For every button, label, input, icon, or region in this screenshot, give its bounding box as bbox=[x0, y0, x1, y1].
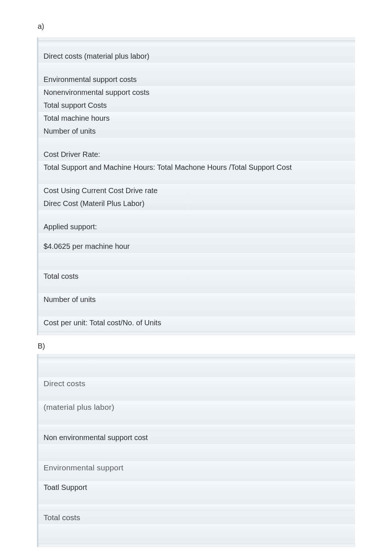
panel-spacer bbox=[38, 360, 355, 370]
panel-spacer bbox=[38, 425, 355, 431]
row-b-direct-costs: Direct costs bbox=[38, 377, 355, 390]
panel-spacer bbox=[38, 504, 355, 511]
row-applied-support: Applied support: bbox=[38, 220, 355, 233]
row-total-costs-a: Total costs bbox=[38, 270, 355, 283]
text-cost-using-rate: Cost Using Current Cost Drive rate bbox=[44, 186, 158, 195]
row-b-toatl-support: Toatl Support bbox=[38, 481, 355, 494]
panel-spacer bbox=[38, 370, 355, 377]
panel-spacer bbox=[38, 414, 355, 425]
panel-spacer bbox=[38, 524, 355, 535]
row-rate-formula: Total Support and Machine Hours: Total M… bbox=[38, 161, 355, 174]
text-applied-support: Applied support: bbox=[44, 223, 97, 231]
row-cost-using-rate: Cost Using Current Cost Drive rate bbox=[38, 184, 355, 197]
text-total-support: Total support Costs bbox=[44, 101, 107, 109]
panel-spacer bbox=[38, 138, 355, 148]
text-b-non-env-support: Non environmental support cost bbox=[44, 433, 148, 442]
panel-spacer bbox=[38, 43, 355, 50]
row-b-total-costs: Total costs bbox=[38, 511, 355, 524]
row-cost-per-unit: Cost per unit: Total cost/No. of Units bbox=[38, 316, 355, 329]
text-env-support: Environmental support costs bbox=[44, 75, 137, 83]
section-a-label: a) bbox=[38, 22, 355, 31]
text-total-machine-hours: Total machine hours bbox=[44, 114, 110, 122]
panel-spacer bbox=[38, 494, 355, 504]
row-direct-costs: Direct costs (material plus labor) bbox=[38, 50, 355, 63]
row-env-support: Environmental support costs bbox=[38, 73, 355, 86]
panel-spacer bbox=[38, 174, 355, 184]
panel-spacer bbox=[38, 306, 355, 316]
text-cost-per-unit: Cost per unit: Total cost/No. of Units bbox=[44, 319, 161, 327]
text-per-machine-hour: $4.0625 per machine hour bbox=[44, 242, 130, 250]
text-b-env-support: Environmental support bbox=[44, 463, 123, 472]
panel-spacer bbox=[38, 535, 355, 541]
row-num-units: Number of units bbox=[38, 125, 355, 138]
text-b-material-plus-labor: (material plus labor) bbox=[44, 403, 114, 411]
text-direc-cost: Direc Cost (Materil Plus Labor) bbox=[44, 199, 144, 207]
row-number-of-units: Number of units bbox=[38, 293, 355, 306]
row-b-env-support: Environmental support bbox=[38, 461, 355, 474]
text-number-of-units: Number of units bbox=[44, 295, 96, 303]
row-b-material-plus-labor: (material plus labor) bbox=[38, 401, 355, 414]
text-b-toatl-support: Toatl Support bbox=[44, 483, 87, 491]
text-num-units: Number of units bbox=[44, 127, 96, 135]
section-b-panel: Direct costs (material plus labor) Non e… bbox=[37, 354, 355, 547]
row-total-support: Total support Costs bbox=[38, 99, 355, 112]
document-page: a) Direct costs (material plus labor) En… bbox=[0, 0, 392, 556]
section-a-panel: Direct costs (material plus labor) Envir… bbox=[37, 37, 355, 335]
text-rate-formula: Total Support and Machine Hours: Total M… bbox=[44, 163, 292, 171]
text-nonenv-support: Nonenvironmental support costs bbox=[44, 88, 149, 96]
panel-spacer bbox=[38, 444, 355, 454]
text-cost-driver-rate: Cost Driver Rate: bbox=[44, 150, 100, 158]
row-nonenv-support: Nonenvironmental support costs bbox=[38, 86, 355, 99]
panel-spacer bbox=[38, 474, 355, 481]
panel-spacer bbox=[38, 390, 355, 401]
text-direct-costs: Direct costs (material plus labor) bbox=[44, 52, 149, 60]
panel-spacer bbox=[38, 283, 355, 293]
row-direc-cost: Direc Cost (Materil Plus Labor) bbox=[38, 197, 355, 210]
row-b-non-env-support: Non environmental support cost bbox=[38, 431, 355, 444]
text-b-direct-costs: Direct costs bbox=[44, 379, 85, 388]
row-cost-driver-rate: Cost Driver Rate: bbox=[38, 148, 355, 161]
panel-spacer bbox=[38, 253, 355, 263]
panel-spacer bbox=[38, 63, 355, 73]
panel-spacer bbox=[38, 233, 355, 240]
section-b-label: B) bbox=[38, 342, 355, 350]
row-per-machine-hour: $4.0625 per machine hour bbox=[38, 240, 355, 253]
panel-spacer bbox=[38, 454, 355, 461]
row-total-machine-hours: Total machine hours bbox=[38, 112, 355, 125]
panel-spacer bbox=[38, 263, 355, 270]
text-b-total-costs: Total costs bbox=[44, 513, 80, 522]
text-total-costs-a: Total costs bbox=[44, 272, 78, 280]
panel-spacer bbox=[38, 210, 355, 220]
